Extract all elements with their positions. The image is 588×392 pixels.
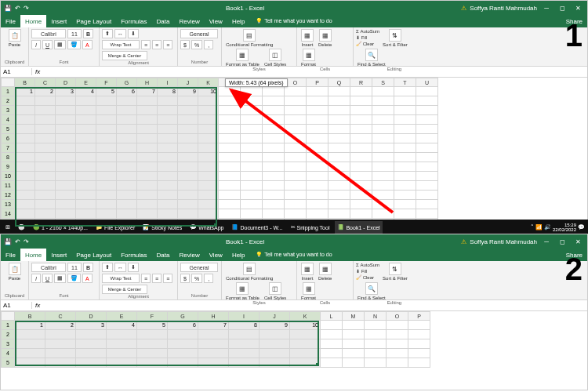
cell[interactable] [198, 172, 219, 181]
bold-button[interactable]: B [83, 29, 93, 38]
cell[interactable] [321, 349, 343, 358]
cell[interactable] [321, 358, 343, 368]
cell[interactable] [76, 125, 96, 134]
tab-page-layout[interactable]: Page Layout [71, 15, 116, 27]
tab-file[interactable]: File [1, 15, 20, 27]
font-size[interactable]: 11 [67, 29, 82, 38]
cell[interactable] [117, 172, 137, 181]
cell[interactable] [96, 106, 117, 115]
fx-icon[interactable]: fx [35, 302, 40, 309]
cell[interactable] [96, 115, 117, 125]
cell[interactable] [35, 153, 56, 162]
tab-insert[interactable]: Insert [46, 249, 71, 261]
cell[interactable] [117, 162, 137, 172]
cell[interactable] [96, 200, 117, 209]
cell[interactable] [15, 339, 45, 349]
chrome-icon[interactable]: 🟢 1 - 2160 × 1440p... [31, 221, 90, 234]
cell[interactable] [15, 172, 35, 181]
cell[interactable] [158, 106, 178, 115]
column-header[interactable]: H [198, 311, 229, 321]
cell[interactable] [76, 106, 96, 115]
cell[interactable] [290, 358, 321, 368]
align-center-icon[interactable]: ≡ [152, 274, 162, 283]
cell[interactable] [76, 153, 96, 162]
cell[interactable] [56, 96, 76, 106]
cell[interactable] [178, 181, 198, 191]
cell[interactable] [76, 339, 107, 349]
column-header[interactable]: E [107, 311, 137, 321]
cell[interactable] [117, 115, 137, 125]
cell[interactable] [416, 209, 438, 219]
cell[interactable] [178, 115, 198, 125]
cell[interactable]: 2 [35, 87, 56, 96]
row-header[interactable]: 5 [1, 125, 15, 134]
cell[interactable]: 7 [137, 87, 158, 96]
cell[interactable] [416, 181, 438, 191]
cell[interactable] [416, 153, 438, 162]
format-table-button[interactable]: ▦Format as Table [224, 282, 261, 300]
column-header[interactable]: J [260, 311, 290, 321]
cell[interactable]: 8 [229, 321, 260, 330]
cell[interactable] [137, 200, 158, 209]
cell[interactable] [178, 106, 198, 115]
comma-icon[interactable]: , [204, 40, 213, 49]
cell[interactable] [178, 200, 198, 209]
cell[interactable] [260, 349, 290, 358]
cell[interactable] [158, 209, 178, 219]
cell[interactable] [198, 330, 229, 339]
cell[interactable] [408, 339, 430, 349]
cell[interactable] [158, 143, 178, 153]
cell[interactable] [198, 349, 229, 358]
cell[interactable] [45, 358, 76, 368]
align-left-icon[interactable]: ≡ [141, 274, 151, 283]
cell[interactable]: 3 [56, 87, 76, 96]
worksheet-grid[interactable]: BCDEFGHIJKLMNOP1234512345678910 [1, 311, 587, 368]
row-header[interactable]: 8 [1, 153, 15, 162]
cell[interactable] [178, 96, 198, 106]
cell[interactable] [416, 87, 438, 96]
row-header[interactable]: 9 [1, 162, 15, 172]
cell[interactable] [416, 143, 438, 153]
cell[interactable] [260, 330, 290, 339]
currency-icon[interactable]: $ [180, 274, 190, 283]
cell[interactable] [158, 134, 178, 143]
cell[interactable] [15, 106, 35, 115]
cell[interactable] [343, 330, 365, 339]
fill-color-button[interactable]: 🪣 [67, 274, 81, 283]
cell[interactable] [290, 349, 321, 358]
cell[interactable] [229, 330, 260, 339]
clear-button[interactable]: 🧹 Clear [356, 274, 379, 280]
conditional-formatting-button[interactable]: ▤Conditional Formatting [224, 263, 274, 281]
row-header[interactable]: 10 [1, 172, 15, 181]
cell[interactable] [343, 321, 365, 330]
select-all-corner[interactable] [1, 78, 15, 87]
cell[interactable] [117, 209, 137, 219]
cell[interactable] [158, 125, 178, 134]
cell[interactable] [35, 181, 56, 191]
cell[interactable]: 2 [45, 321, 76, 330]
cell[interactable] [229, 349, 260, 358]
cell[interactable]: 1 [15, 87, 35, 96]
column-header[interactable]: B [15, 311, 45, 321]
clock-date[interactable]: 22/02/2022 [553, 227, 576, 232]
cell[interactable] [96, 96, 117, 106]
cell[interactable] [365, 339, 387, 349]
cell[interactable] [56, 209, 76, 219]
cell[interactable]: 5 [137, 321, 168, 330]
cell[interactable] [56, 125, 76, 134]
cell[interactable] [158, 162, 178, 172]
row-header[interactable]: 2 [1, 96, 15, 106]
cell[interactable] [35, 96, 56, 106]
cell[interactable] [15, 349, 45, 358]
cell[interactable]: 3 [76, 321, 107, 330]
cell[interactable]: 4 [107, 321, 137, 330]
tab-home[interactable]: Home [20, 249, 46, 261]
cell[interactable] [137, 339, 168, 349]
cell[interactable] [15, 358, 45, 368]
cell[interactable] [168, 349, 198, 358]
cell[interactable] [158, 115, 178, 125]
cell[interactable] [198, 115, 219, 125]
tab-data[interactable]: Data [152, 15, 175, 27]
cell[interactable] [158, 96, 178, 106]
row-header[interactable]: 4 [1, 115, 15, 125]
